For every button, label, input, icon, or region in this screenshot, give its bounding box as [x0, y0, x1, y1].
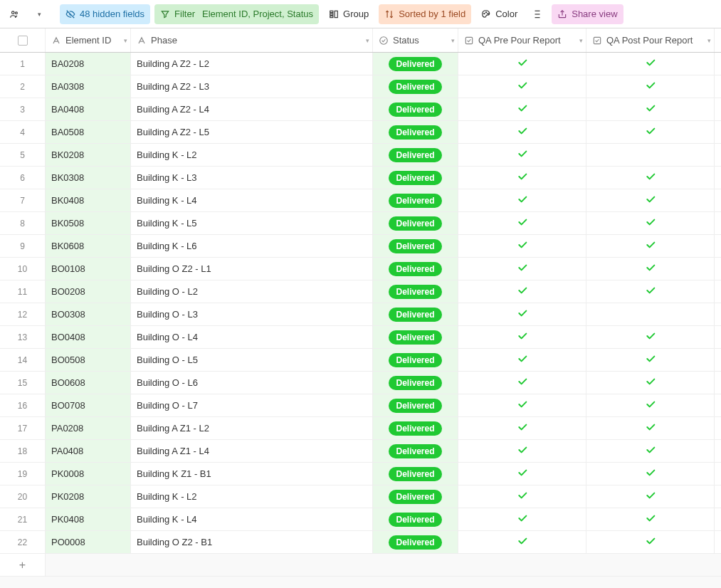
cell-status[interactable]: Delivered: [373, 280, 458, 303]
row-number[interactable]: 4: [0, 121, 46, 143]
cell-phase[interactable]: Building O Z2 - B1: [131, 531, 373, 553]
cell-status[interactable]: Delivered: [373, 167, 458, 189]
cell-status[interactable]: Delivered: [373, 53, 458, 75]
cell-phase[interactable]: Building K Z1 - B1: [131, 463, 373, 485]
cell-element-id[interactable]: BK0408: [46, 189, 131, 211]
hidden-fields-button[interactable]: 48 hidden fields: [60, 4, 150, 24]
cell-status[interactable]: Delivered: [373, 531, 458, 553]
table-row[interactable]: 16BO0708Building O - L7Delivered: [0, 394, 721, 417]
cell-qa-pre[interactable]: [458, 75, 586, 98]
cell-phase[interactable]: Building A Z2 - L2: [131, 53, 373, 75]
chevron-down-icon[interactable]: ▾: [451, 37, 455, 44]
cell-status[interactable]: Delivered: [373, 417, 458, 439]
cell-qa-pre[interactable]: [458, 280, 586, 303]
cell-element-id[interactable]: PK0408: [46, 508, 131, 530]
add-row-button[interactable]: +: [0, 554, 46, 576]
cell-qa-pre[interactable]: [458, 303, 586, 325]
row-number[interactable]: 5: [0, 144, 46, 166]
cell-status[interactable]: Delivered: [373, 349, 458, 371]
table-row[interactable]: 17PA0208Building A Z1 - L2Delivered: [0, 417, 721, 440]
table-row[interactable]: 13BO0408Building O - L4Delivered: [0, 326, 721, 349]
chevron-down-icon[interactable]: ▾: [579, 37, 583, 44]
chevron-down-icon[interactable]: ▾: [707, 37, 711, 44]
cell-qa-pre[interactable]: [458, 485, 586, 508]
cell-element-id[interactable]: BK0608: [46, 235, 131, 257]
cell-qa-pre[interactable]: [458, 189, 586, 211]
cell-status[interactable]: Delivered: [373, 235, 458, 257]
cell-qa-pre[interactable]: [458, 235, 586, 257]
cell-element-id[interactable]: BA0408: [46, 98, 131, 120]
header-phase[interactable]: Phase ▾: [131, 28, 373, 52]
cell-phase[interactable]: Building K - L2: [131, 144, 373, 166]
row-number[interactable]: 9: [0, 235, 46, 257]
cell-qa-post[interactable]: [586, 417, 715, 439]
group-button[interactable]: Group: [323, 4, 374, 24]
table-row[interactable]: 3BA0408Building A Z2 - L4Delivered: [0, 98, 721, 121]
cell-status[interactable]: Delivered: [373, 463, 458, 485]
cell-phase[interactable]: Building O - L4: [131, 326, 373, 348]
cell-element-id[interactable]: BO0308: [46, 303, 131, 325]
cell-qa-pre[interactable]: [458, 508, 586, 530]
cell-phase[interactable]: Building O - L3: [131, 303, 373, 325]
cell-phase[interactable]: Building A Z2 - L3: [131, 75, 373, 98]
cell-qa-post[interactable]: [586, 258, 715, 280]
cell-qa-pre[interactable]: [458, 258, 586, 280]
cell-phase[interactable]: Building K - L5: [131, 212, 373, 234]
table-row[interactable]: 4BA0508Building A Z2 - L5Delivered: [0, 121, 721, 144]
cell-status[interactable]: Delivered: [373, 121, 458, 143]
cell-status[interactable]: Delivered: [373, 98, 458, 120]
chevron-down-icon[interactable]: ▾: [124, 37, 127, 44]
row-number[interactable]: 1: [0, 53, 46, 75]
cell-status[interactable]: Delivered: [373, 440, 458, 462]
cell-qa-post[interactable]: [586, 144, 715, 166]
cell-qa-post[interactable]: [586, 349, 715, 371]
header-status[interactable]: Status ▾: [373, 28, 458, 52]
row-number[interactable]: 2: [0, 75, 46, 98]
row-number[interactable]: 10: [0, 258, 46, 280]
cell-element-id[interactable]: BK0308: [46, 167, 131, 189]
cell-element-id[interactable]: BO0708: [46, 394, 131, 416]
cell-status[interactable]: Delivered: [373, 212, 458, 234]
cell-element-id[interactable]: PK0208: [46, 485, 131, 508]
cell-qa-post[interactable]: [586, 303, 715, 325]
add-row[interactable]: +: [0, 554, 721, 577]
cell-element-id[interactable]: PK0008: [46, 463, 131, 485]
cell-qa-pre[interactable]: [458, 121, 586, 143]
row-number[interactable]: 8: [0, 212, 46, 234]
cell-qa-post[interactable]: [586, 326, 715, 348]
cell-qa-pre[interactable]: [458, 531, 586, 553]
cell-qa-post[interactable]: [586, 121, 715, 143]
row-number[interactable]: 13: [0, 326, 46, 348]
cell-phase[interactable]: Building K - L4: [131, 189, 373, 211]
table-row[interactable]: 18PA0408Building A Z1 - L4Delivered: [0, 440, 721, 463]
row-number[interactable]: 21: [0, 508, 46, 530]
share-view-button[interactable]: Share view: [552, 4, 623, 24]
table-row[interactable]: 8BK0508Building K - L5Delivered: [0, 212, 721, 235]
row-number[interactable]: 14: [0, 349, 46, 371]
cell-status[interactable]: Delivered: [373, 258, 458, 280]
row-number[interactable]: 18: [0, 440, 46, 462]
row-number[interactable]: 20: [0, 485, 46, 508]
cell-element-id[interactable]: BA0508: [46, 121, 131, 143]
cell-phase[interactable]: Building K - L3: [131, 167, 373, 189]
cell-element-id[interactable]: BO0108: [46, 258, 131, 280]
cell-phase[interactable]: Building K - L6: [131, 235, 373, 257]
table-row[interactable]: 9BK0608Building K - L6Delivered: [0, 235, 721, 258]
header-qa-pre[interactable]: QA Pre Pour Report ▾: [458, 28, 586, 52]
cell-qa-pre[interactable]: [458, 440, 586, 462]
cell-qa-pre[interactable]: [458, 98, 586, 120]
cell-status[interactable]: Delivered: [373, 372, 458, 394]
cell-element-id[interactable]: BK0508: [46, 212, 131, 234]
cell-qa-pre[interactable]: [458, 212, 586, 234]
cell-phase[interactable]: Building A Z2 - L4: [131, 98, 373, 120]
cell-qa-pre[interactable]: [458, 372, 586, 394]
row-number[interactable]: 17: [0, 417, 46, 439]
cell-qa-post[interactable]: [586, 531, 715, 553]
table-row[interactable]: 7BK0408Building K - L4Delivered: [0, 189, 721, 212]
cell-status[interactable]: Delivered: [373, 144, 458, 166]
cell-phase[interactable]: Building A Z1 - L4: [131, 440, 373, 462]
cell-qa-pre[interactable]: [458, 463, 586, 485]
row-number[interactable]: 6: [0, 167, 46, 189]
filter-button[interactable]: Filter Element ID, Project, Status: [154, 4, 319, 24]
cell-element-id[interactable]: BO0408: [46, 326, 131, 348]
